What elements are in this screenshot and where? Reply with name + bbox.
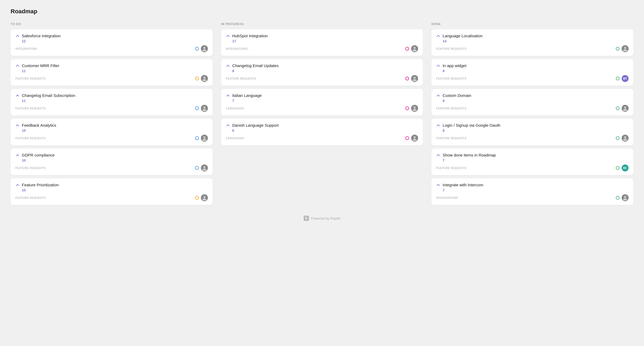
status-dot — [405, 136, 409, 140]
svg-point-23 — [624, 106, 626, 109]
card-count: 14 — [443, 39, 629, 43]
chevron-up-icon — [226, 123, 230, 127]
svg-point-27 — [624, 196, 626, 198]
card-tag: INTEGRATIONS — [15, 47, 37, 50]
svg-point-11 — [203, 196, 205, 198]
card-title: Language Localisation — [443, 34, 482, 38]
card-count: 10 — [22, 158, 208, 162]
column-cards-done: Language Localisation14FEATURE REQUESTS … — [431, 29, 633, 205]
avatar — [622, 135, 629, 142]
status-dot — [616, 77, 620, 80]
card-title: Feedback Analytics — [22, 123, 56, 127]
card-title: Changelog Email Subscription — [22, 93, 75, 98]
svg-point-13 — [414, 47, 416, 49]
chevron-up-icon — [15, 123, 20, 127]
card-title: Danish Language Support — [232, 123, 279, 127]
svg-point-3 — [203, 77, 205, 79]
card-title: Salesforce Integration — [22, 34, 61, 38]
card-title: Show done items in Roadmap — [443, 153, 496, 157]
card-tag: LANGUAGES — [226, 137, 244, 140]
card-title: Custom Domain — [443, 93, 471, 98]
footer-text: Powered by Rapidr — [311, 216, 341, 220]
svg-point-9 — [203, 166, 205, 168]
avatar — [411, 75, 418, 82]
status-dot — [195, 136, 199, 140]
card[interactable]: Integrate with Intercom7INTEGRATIONS — [431, 178, 633, 205]
avatar — [201, 194, 208, 201]
chevron-up-icon — [15, 183, 20, 187]
card-title: In app widget — [443, 63, 466, 68]
svg-point-19 — [414, 136, 416, 138]
card[interactable]: Show done items in Roadmap7FEATURE REQUE… — [431, 149, 633, 175]
card-title: HubSpot Integration — [232, 34, 268, 38]
svg-point-5 — [203, 106, 205, 109]
chevron-up-icon — [436, 34, 440, 38]
chevron-up-icon — [226, 64, 230, 68]
status-dot — [195, 106, 199, 110]
svg-point-25 — [624, 136, 626, 138]
avatar: BC — [622, 164, 629, 171]
column-header-todo: TO DO — [11, 22, 213, 26]
card-count: 7 — [443, 158, 629, 162]
avatar — [201, 75, 208, 82]
chevron-up-icon — [436, 93, 440, 98]
card[interactable]: GDPR compliance10FEATURE REQUESTS — [11, 149, 213, 175]
card-tag: FEATURE REQUESTS — [226, 77, 256, 80]
card[interactable]: HubSpot Integration17INTEGRATIONS — [221, 29, 423, 56]
card-tag: INTEGRATIONS — [436, 196, 458, 199]
column-todo: TO DOSalesforce Integration12INTEGRATION… — [11, 22, 213, 205]
card-count: 6 — [232, 129, 418, 133]
card[interactable]: Custom Domain9FEATURE REQUESTS — [431, 89, 633, 116]
card-count: 11 — [22, 99, 208, 103]
status-dot — [195, 77, 199, 80]
card-count: 17 — [232, 39, 418, 43]
avatar: MT — [622, 75, 629, 82]
card[interactable]: Login / Signup via Google Oauth8FEATURE … — [431, 119, 633, 145]
card[interactable]: Feedback Analytics10FEATURE REQUESTS — [11, 119, 213, 145]
svg-point-1 — [203, 47, 205, 49]
status-dot — [616, 136, 620, 140]
card[interactable]: Danish Language Support6LANGUAGES — [221, 119, 423, 145]
status-dot — [195, 196, 199, 200]
avatar — [622, 194, 629, 201]
status-dot — [616, 47, 620, 51]
card[interactable]: In app widget9FEATURE REQUESTSMT — [431, 59, 633, 86]
avatar — [201, 135, 208, 142]
card[interactable]: Changelog Email Updates8FEATURE REQUESTS — [221, 59, 423, 86]
card-count: 8 — [232, 69, 418, 73]
card-count: 7 — [232, 99, 418, 103]
card-tag: FEATURE REQUESTS — [15, 167, 46, 170]
column-header-inprogress: IN PROGRESS — [221, 22, 423, 26]
chevron-up-icon — [226, 34, 230, 38]
card[interactable]: Feature Prioritization10FEATURE REQUESTS — [11, 178, 213, 205]
chevron-up-icon — [436, 153, 440, 157]
card[interactable]: Language Localisation14FEATURE REQUESTS — [431, 29, 633, 56]
card-tag: FEATURE REQUESTS — [15, 196, 46, 199]
card-count: 8 — [443, 129, 629, 133]
svg-point-21 — [624, 47, 626, 49]
card[interactable]: Changelog Email Subscription11FEATURE RE… — [11, 89, 213, 116]
avatar — [201, 45, 208, 52]
column-cards-inprogress: HubSpot Integration17INTEGRATIONS Change… — [221, 29, 423, 145]
page-title: Roadmap — [11, 8, 633, 15]
avatar — [201, 105, 208, 112]
column-cards-todo: Salesforce Integration12INTEGRATIONS Cus… — [11, 29, 213, 205]
svg-point-15 — [414, 77, 416, 79]
avatar — [411, 105, 418, 112]
kanban-board: TO DOSalesforce Integration12INTEGRATION… — [11, 22, 633, 205]
column-header-done: DONE — [431, 22, 633, 26]
status-dot — [405, 106, 409, 110]
status-dot — [616, 196, 620, 200]
chevron-up-icon — [15, 93, 20, 98]
card-title: Login / Signup via Google Oauth — [443, 123, 500, 127]
card-title: Italian Language — [232, 93, 262, 98]
column-done: DONELanguage Localisation14FEATURE REQUE… — [431, 22, 633, 205]
svg-point-17 — [414, 106, 416, 109]
rapidr-icon: R — [304, 216, 309, 221]
status-dot — [195, 166, 199, 170]
card[interactable]: Italian Language7LANGUAGES — [221, 89, 423, 116]
chevron-up-icon — [436, 64, 440, 68]
card[interactable]: Salesforce Integration12INTEGRATIONS — [11, 29, 213, 56]
card[interactable]: Customer MRR Filter11FEATURE REQUESTS — [11, 59, 213, 86]
footer: R Powered by Rapidr — [11, 216, 633, 221]
